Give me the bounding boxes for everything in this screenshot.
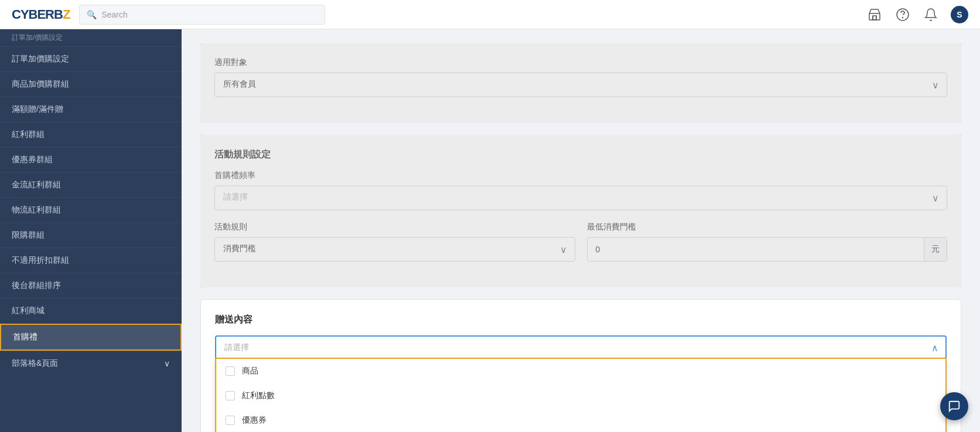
store-icon[interactable] <box>866 6 883 23</box>
sidebar-blog-chevron: ∨ <box>164 359 170 368</box>
sidebar-item-bonus-mall[interactable]: 紅利商城 <box>0 299 182 324</box>
sidebar-item-no-discount[interactable]: 不適用折扣群組 <box>0 248 182 273</box>
gift-option-coupon-checkbox[interactable] <box>226 416 235 425</box>
logo: CYBERBZ <box>12 7 70 22</box>
svg-point-5 <box>903 17 903 18</box>
gift-option-bonus-points-checkbox[interactable] <box>226 391 235 400</box>
frequency-select-wrapper: 請選擇 ∨ <box>214 186 947 210</box>
sidebar-item-coupon-group[interactable]: 優惠券群組 <box>0 148 182 173</box>
sidebar-item-payment-bonus[interactable]: 金流紅利群組 <box>0 173 182 198</box>
rules-section: 活動規則設定 首購禮頻率 請選擇 ∨ 活動規則 消費門檻 ∨ 最低消費門檻 <box>200 135 961 287</box>
logo-text-cyber: CYBERB <box>12 7 63 22</box>
gift-form-group: 請選擇 ∧ 商品 紅利點數 優惠券 <box>215 335 947 360</box>
sidebar-blog-item[interactable]: 部落格&頁面 ∨ <box>0 351 182 376</box>
gift-option-bonus-points[interactable]: 紅利點數 <box>216 383 945 408</box>
search-icon: 🔍 <box>87 10 97 19</box>
member-section: 適用對象 所有會員 ∨ <box>200 43 961 123</box>
gift-option-product-checkbox[interactable] <box>226 366 235 376</box>
sidebar-blog-label: 部落格&頁面 <box>12 358 58 369</box>
min-spend-input[interactable]: 0 <box>588 245 924 254</box>
gift-dropdown-list: 商品 紅利點數 優惠券 現金折價 <box>215 358 947 432</box>
min-spend-input-wrapper: 0 元 <box>587 237 948 262</box>
rule-select-wrapper: 消費門檻 ∨ <box>214 237 575 262</box>
frequency-label: 首購禮頻率 <box>214 170 947 181</box>
sidebar-item-order-addon[interactable]: 訂單加價購設定 <box>0 47 182 72</box>
bell-icon[interactable] <box>923 6 939 23</box>
svg-rect-0 <box>869 13 880 20</box>
rules-row: 活動規則 消費門檻 ∨ 最低消費門檻 0 元 <box>214 222 947 273</box>
sidebar-item-limited-group[interactable]: 限購群組 <box>0 223 182 248</box>
sidebar-item-first-purchase[interactable]: 首購禮 <box>0 324 182 351</box>
gift-select[interactable]: 請選擇 <box>215 335 947 360</box>
sidebar-item-product-addon[interactable]: 商品加價購群組 <box>0 72 182 97</box>
frequency-select[interactable]: 請選擇 <box>214 186 947 210</box>
member-select-wrapper: 所有會員 ∨ <box>214 73 947 97</box>
member-form-group: 適用對象 所有會員 ∨ <box>214 57 947 97</box>
svg-rect-3 <box>873 16 876 20</box>
min-spend-form-group: 最低消費門檻 0 元 <box>587 222 948 262</box>
sidebar-item-logistics-bonus[interactable]: 物流紅利群組 <box>0 198 182 223</box>
sidebar-item-bonus-group[interactable]: 紅利群組 <box>0 122 182 148</box>
gift-option-bonus-points-label: 紅利點數 <box>242 390 275 401</box>
main-content: 適用對象 所有會員 ∨ 活動規則設定 首購禮頻率 請選擇 ∨ 活動規則 <box>182 29 980 432</box>
min-spend-label: 最低消費門檻 <box>587 222 948 232</box>
main-layout: 訂單加/價購設定 訂單加價購設定 商品加價購群組 滿額贈/滿件贈 紅利群組 優惠… <box>0 29 980 432</box>
gift-section-title: 贈送內容 <box>215 314 947 326</box>
search-bar[interactable]: 🔍 Search <box>79 5 325 25</box>
sidebar-item-backend-sort[interactable]: 後台群組排序 <box>0 273 182 299</box>
help-icon[interactable] <box>894 6 911 23</box>
member-select[interactable]: 所有會員 <box>214 73 947 97</box>
gift-option-coupon[interactable]: 優惠券 <box>216 408 945 432</box>
sidebar: 訂單加/價購設定 訂單加價購設定 商品加價購群組 滿額贈/滿件贈 紅利群組 優惠… <box>0 29 182 432</box>
nav-right: S <box>866 6 968 23</box>
gift-option-product-label: 商品 <box>242 366 258 376</box>
top-nav: CYBERBZ 🔍 Search <box>0 0 980 29</box>
gift-section: 贈送內容 請選擇 ∧ 商品 紅利點數 <box>200 299 961 432</box>
user-avatar[interactable]: S <box>951 6 968 23</box>
rule-form-group: 活動規則 消費門檻 ∨ <box>214 222 575 262</box>
rule-select[interactable]: 消費門檻 <box>214 237 575 262</box>
gift-select-wrapper: 請選擇 ∧ <box>215 335 947 360</box>
member-label: 適用對象 <box>214 57 947 68</box>
chat-button[interactable] <box>940 392 968 420</box>
gift-option-product[interactable]: 商品 <box>216 359 945 383</box>
rules-section-title: 活動規則設定 <box>214 149 947 161</box>
logo-text-biz: Z <box>63 7 70 22</box>
rule-label: 活動規則 <box>214 222 575 232</box>
sidebar-item-full-gift[interactable]: 滿額贈/滿件贈 <box>0 97 182 122</box>
min-spend-unit: 元 <box>924 238 947 261</box>
search-placeholder: Search <box>101 10 127 19</box>
gift-option-coupon-label: 優惠券 <box>242 415 267 426</box>
sidebar-partial-label: 訂單加/價購設定 <box>0 29 182 47</box>
frequency-form-group: 首購禮頻率 請選擇 ∨ <box>214 170 947 210</box>
